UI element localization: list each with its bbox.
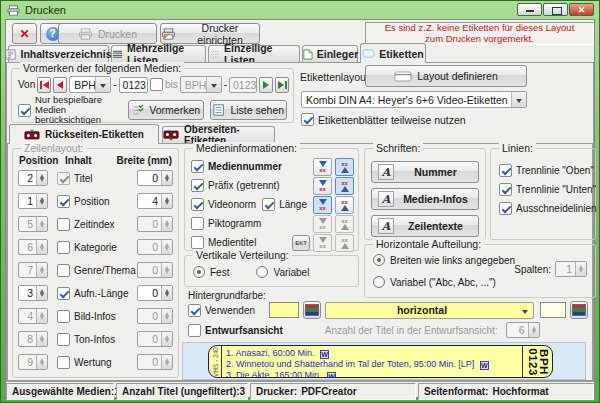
teilweise-nutzen-checkbox[interactable] xyxy=(301,113,314,126)
from-prefix-combo[interactable]: BPH xyxy=(69,76,111,93)
position-spinner[interactable]: 9 xyxy=(18,354,48,370)
titel-checkbox[interactable] xyxy=(57,172,70,185)
position-spinner[interactable]: 2 xyxy=(18,170,48,186)
breite-spinner[interactable]: 0 xyxy=(137,239,173,255)
combo-arrow-icon[interactable] xyxy=(518,303,533,318)
move-down-icon[interactable] xyxy=(313,234,332,252)
breiten-radio[interactable] xyxy=(373,254,385,266)
variabel-abc-radio[interactable] xyxy=(373,276,385,288)
spinner-arrows[interactable] xyxy=(575,262,586,276)
color-swatch-secondary[interactable] xyxy=(540,302,566,318)
direction-combo[interactable]: horizontal xyxy=(325,302,533,319)
tab-einzeilige-listen[interactable]: Einzeilige Listen xyxy=(208,45,300,62)
printer-setup-button[interactable]: Drucker einrichten xyxy=(160,23,260,44)
ton-infos-checkbox[interactable] xyxy=(57,333,70,346)
position-spinner[interactable]: 8 xyxy=(18,331,48,347)
spinner-arrows[interactable] xyxy=(36,286,47,300)
spalten-spinner[interactable]: 1 xyxy=(555,261,587,277)
spinner-arrows[interactable] xyxy=(161,286,172,300)
spinner-arrows[interactable] xyxy=(161,217,172,231)
kategorie-checkbox[interactable] xyxy=(57,241,70,254)
color-swatch[interactable] xyxy=(269,302,299,318)
position-checkbox[interactable] xyxy=(57,195,70,208)
zeitindex-checkbox[interactable] xyxy=(57,218,70,231)
tab-mehrzeilige-listen[interactable]: Mehrzeilige Listen xyxy=(111,45,206,62)
spinner-arrows[interactable] xyxy=(161,309,172,323)
breite-spinner[interactable]: 0 xyxy=(137,170,173,186)
close-button[interactable] xyxy=(569,3,594,16)
spinner-arrows[interactable] xyxy=(161,171,172,185)
spinner-arrows[interactable] xyxy=(36,171,47,185)
spinner-arrows[interactable] xyxy=(528,323,539,337)
tab-oberseiten-etiketten[interactable]: Oberseiten-Etiketten xyxy=(162,126,275,143)
spinner-arrows[interactable] xyxy=(36,309,47,323)
trennlinie-oben-checkbox[interactable] xyxy=(499,164,512,177)
tab-einleger[interactable]: Einleger xyxy=(302,45,358,62)
tab-rueckseiten-etiketten[interactable]: Rückseiten-Etiketten xyxy=(9,124,159,144)
combo-arrow-icon[interactable] xyxy=(511,92,526,107)
nummer-font-button[interactable]: Nummer xyxy=(371,161,479,183)
palette-button[interactable] xyxy=(303,301,321,319)
spinner-arrows[interactable] xyxy=(36,217,47,231)
cancel-print-button[interactable] xyxy=(12,23,37,44)
entwurfsansicht-checkbox[interactable] xyxy=(188,324,201,337)
position-spinner[interactable]: 3 xyxy=(18,285,48,301)
move-down-icon[interactable] xyxy=(313,177,332,195)
spinner-arrows[interactable] xyxy=(36,263,47,277)
spinner-arrows[interactable] xyxy=(161,194,172,208)
move-up-icon[interactable] xyxy=(335,234,354,252)
trennlinie-unten-checkbox[interactable] xyxy=(499,183,512,196)
position-spinner[interactable]: 1 xyxy=(18,193,48,209)
wertung-checkbox[interactable] xyxy=(57,356,70,369)
position-spinner[interactable]: 7 xyxy=(18,262,48,278)
breite-spinner[interactable]: 0 xyxy=(137,354,173,370)
praefix-checkbox[interactable] xyxy=(191,179,204,192)
position-spinner[interactable]: 6 xyxy=(18,239,48,255)
bis-checkbox[interactable] xyxy=(150,78,163,91)
combo-arrow-icon[interactable] xyxy=(95,77,110,92)
layout-definieren-button[interactable]: Layout definieren xyxy=(365,65,527,87)
tab-inhaltsverzeichnis[interactable]: Inhaltsverzeichnis xyxy=(8,45,109,62)
spinner-arrows[interactable] xyxy=(161,332,172,346)
print-button[interactable]: Drucken xyxy=(58,23,157,44)
to-number-spinner[interactable]: 0123 xyxy=(229,77,257,93)
medien-infos-font-button[interactable]: Medien-Infos xyxy=(371,188,479,210)
anzahl-titel-spinner[interactable]: 6 xyxy=(506,322,540,338)
medientitel-checkbox[interactable] xyxy=(191,236,204,249)
move-up-icon[interactable] xyxy=(335,215,354,233)
combo-arrow-icon[interactable] xyxy=(206,77,221,92)
spinner-arrows[interactable] xyxy=(36,332,47,346)
ausschneidelinien-checkbox[interactable] xyxy=(499,202,512,215)
maximize-button[interactable] xyxy=(543,3,568,16)
next-media-button[interactable] xyxy=(259,77,273,93)
position-spinner[interactable]: 5 xyxy=(18,216,48,232)
palette-button-secondary[interactable] xyxy=(570,301,588,319)
tab-etiketten[interactable]: Etiketten xyxy=(360,43,426,63)
ekt-button[interactable]: EKT xyxy=(292,235,310,251)
zeilentexte-font-button[interactable]: Zeilentexte xyxy=(371,215,479,237)
nur-bespielbare-checkbox[interactable] xyxy=(18,104,31,117)
liste-sehen-button[interactable]: Liste sehen xyxy=(210,100,287,120)
spinner-arrows[interactable] xyxy=(36,194,47,208)
move-up-icon[interactable] xyxy=(335,196,354,214)
position-spinner[interactable]: 4 xyxy=(18,308,48,324)
genre-checkbox[interactable] xyxy=(57,264,70,277)
breite-spinner[interactable]: 0 xyxy=(137,331,173,347)
layout-combo[interactable]: Kombi DIN A4: Heyer's 6+6 Video-Etikette… xyxy=(301,91,527,108)
last-media-button[interactable] xyxy=(275,77,289,93)
breite-spinner[interactable]: 0 xyxy=(137,216,173,232)
move-down-icon[interactable] xyxy=(313,215,332,233)
verwenden-checkbox[interactable] xyxy=(188,304,201,317)
to-prefix-combo[interactable]: BPH xyxy=(180,76,222,93)
videonorm-checkbox[interactable] xyxy=(191,198,204,211)
from-number-spinner[interactable]: 0123 xyxy=(119,77,148,93)
move-down-icon[interactable] xyxy=(313,196,332,214)
laenge-checkbox[interactable] xyxy=(262,198,275,211)
spinner-arrows[interactable] xyxy=(161,240,172,254)
spinner-arrows[interactable] xyxy=(36,240,47,254)
mediennummer-checkbox[interactable] xyxy=(191,160,204,173)
aufn-laenge-checkbox[interactable] xyxy=(57,287,70,300)
piktogramm-checkbox[interactable] xyxy=(191,217,204,230)
breite-spinner[interactable]: 4 xyxy=(137,193,173,209)
move-up-icon[interactable] xyxy=(335,158,354,176)
